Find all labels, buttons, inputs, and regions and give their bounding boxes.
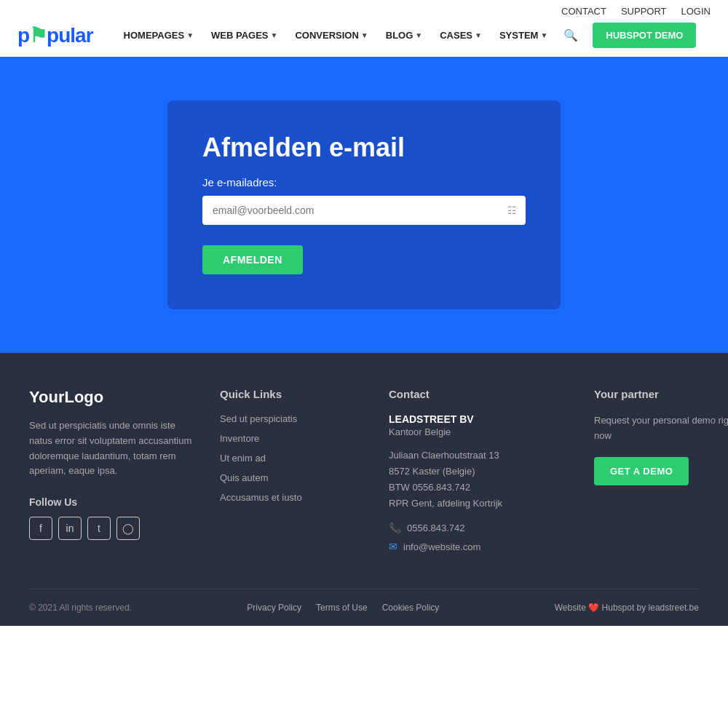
heart-icon: ❤️ [588,603,599,613]
privacy-policy-link[interactable]: Privacy Policy [247,603,301,613]
linkedin-icon[interactable]: in [58,517,82,540]
contact-email[interactable]: info@website.com [403,541,480,552]
main-nav: HOMEPAGES ▼ WEB PAGES ▼ CONVERSION ▼ BLO… [116,23,711,48]
nav-webpages[interactable]: WEB PAGES ▼ [204,25,285,45]
footer-logo: YourLogo [29,388,197,407]
email-input-wrap: ☷ [202,196,526,225]
email-input[interactable] [202,196,526,225]
hubspot-demo-button[interactable]: HUBSPOT DEMO [593,23,696,48]
contact-link[interactable]: CONTACT [561,6,606,17]
footer-bottom: © 2021 All rights reserved. Privacy Poli… [29,589,699,626]
footer-col-brand: YourLogo Sed ut perspiciatis unde omnis … [29,388,197,560]
quicklink-3[interactable]: Ut enim ad [220,453,365,464]
footer-bottom-right: Website ❤️ Hubspot by leadstreet.be [555,603,699,613]
login-link[interactable]: LOGIN [681,6,711,17]
nav-blog[interactable]: BLOG ▼ [379,25,430,45]
email-icon: ✉ [389,541,397,552]
quicklinks-list: Sed ut perspiciatis Inventore Ut enim ad… [220,413,365,503]
contact-company: LEADSTREET BV [389,413,571,425]
support-link[interactable]: SUPPORT [621,6,667,17]
email-icon: ☷ [507,204,517,216]
footer-col-quicklinks: Quick Links Sed ut perspiciatis Inventor… [220,388,365,560]
instagram-icon[interactable]: ◯ [116,517,140,540]
quicklink-1[interactable]: Sed ut perspiciatis [220,413,365,424]
footer-col-partner: Your partner Request your personal demo … [594,388,728,560]
logo-bolt: ⚑ [29,24,47,47]
contact-phone-row: 📞 0556.843.742 [389,522,571,533]
quicklinks-title: Quick Links [220,388,365,400]
facebook-icon[interactable]: f [29,517,52,540]
nav-conversion[interactable]: CONVERSION ▼ [288,25,375,45]
quicklink-2[interactable]: Inventore [220,433,365,444]
terms-of-use-link[interactable]: Terms of Use [316,603,368,613]
hero-section: Afmelden e-mail Je e-mailadres: ☷ AFMELD… [0,57,728,353]
footer-description: Sed ut perspiciatis unde omnis iste natu… [29,418,197,479]
footer: YourLogo Sed ut perspiciatis unde omnis … [0,353,728,626]
chevron-down-icon: ▼ [475,31,482,39]
header: p⚑pular HOMEPAGES ▼ WEB PAGES ▼ CONVERSI… [0,23,728,57]
nav-homepages[interactable]: HOMEPAGES ▼ [116,25,201,45]
footer-col-contact: Contact LEADSTREET BV Kantoor Belgie Jul… [389,388,571,560]
search-icon[interactable]: 🔍 [558,24,584,47]
top-bar: CONTACT SUPPORT LOGIN [0,0,728,23]
contact-email-row: ✉ info@website.com [389,541,571,552]
cookies-policy-link[interactable]: Cookies Policy [382,603,440,613]
chevron-down-icon: ▼ [186,31,194,39]
unsubscribe-form-card: Afmelden e-mail Je e-mailadres: ☷ AFMELD… [167,100,561,309]
footer-grid: YourLogo Sed ut perspiciatis unde omnis … [29,388,699,589]
form-title: Afmelden e-mail [202,132,526,163]
form-label: Je e-mailadres: [202,176,526,188]
chevron-down-icon: ▼ [361,31,368,39]
contact-sub: Kantoor Belgie [389,426,571,437]
contact-phone[interactable]: 0556.843.742 [407,523,465,533]
partner-title: Your partner [594,388,728,400]
social-icons: f in t ◯ [29,517,197,540]
get-demo-button[interactable]: GET A DEMO [594,457,689,485]
twitter-icon[interactable]: t [87,517,111,540]
afmelden-button[interactable]: AFMELDEN [202,245,303,274]
contact-title: Contact [389,388,571,400]
nav-cases[interactable]: CASES ▼ [432,25,489,45]
chevron-down-icon: ▼ [415,31,422,39]
footer-bottom-links: Privacy Policy Terms of Use Cookies Poli… [247,603,439,613]
chevron-down-icon: ▼ [540,31,547,39]
quicklink-5[interactable]: Accusamus et iusto [220,492,365,503]
nav-system[interactable]: SYSTEM ▼ [492,25,555,45]
phone-icon: 📞 [389,522,401,533]
contact-address: Juliaan Claerhoutstraat 13 8572 Kaster (… [389,448,571,512]
quicklink-4[interactable]: Quis autem [220,472,365,483]
chevron-down-icon: ▼ [271,31,278,39]
copyright: © 2021 All rights reserved. [29,603,132,613]
logo[interactable]: p⚑pular [17,23,93,47]
partner-desc: Request your personal demo right now [594,413,728,444]
follow-us-title: Follow Us [29,496,197,508]
